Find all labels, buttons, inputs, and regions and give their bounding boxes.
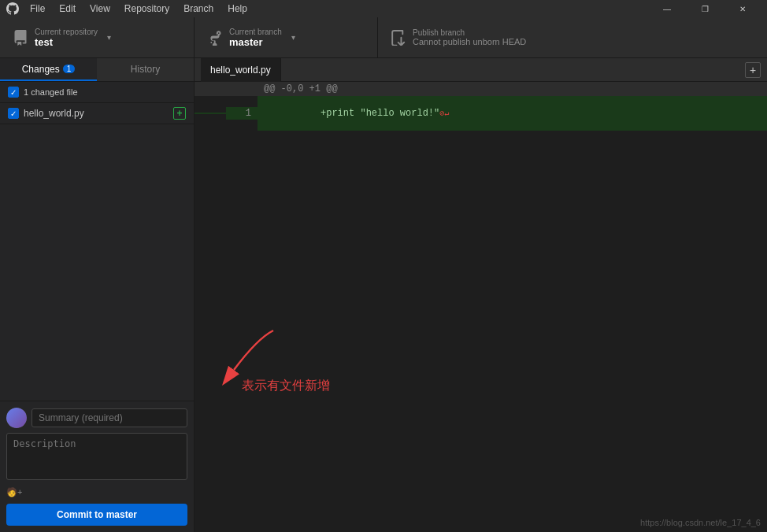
repo-chevron-icon: ▾ — [107, 33, 111, 42]
menu-view[interactable]: View — [83, 2, 117, 16]
diff-hunk-header: @@ -0,0 +1 @@ — [264, 83, 338, 94]
menu-file[interactable]: File — [24, 2, 51, 16]
file-checkbox[interactable] — [8, 108, 19, 119]
expand-diff-button[interactable]: + — [745, 62, 761, 78]
summary-input[interactable] — [31, 408, 187, 427]
file-name: hello_world.py — [24, 108, 169, 119]
changed-files-header: 1 changed file — [0, 82, 194, 103]
description-input[interactable] — [6, 433, 187, 480]
watermark: https://blog.csdn.net/le_17_4_6 — [640, 518, 761, 527]
menu-branch[interactable]: Branch — [177, 2, 220, 16]
diff-line-content: +print "hello world!"⊘↵ — [258, 96, 767, 131]
left-panel: Changes 1 History 1 changed file hello_w… — [0, 58, 195, 532]
current-repo-section[interactable]: Current repository test ▾ — [0, 17, 195, 57]
repo-text: Current repository test — [35, 28, 98, 48]
tab-changes[interactable]: Changes 1 — [0, 58, 97, 81]
tabs: Changes 1 History — [0, 58, 194, 82]
branch-name: master — [229, 36, 282, 48]
annotation-text: 表示有文件新增 — [242, 378, 330, 394]
maximize-button[interactable]: ❐ — [687, 0, 723, 17]
commit-meta: 🧑+ — [6, 487, 187, 497]
file-added-icon: + — [173, 107, 186, 120]
right-panel: hello_world.py + @@ -0,0 +1 @@ 1 +print … — [195, 58, 767, 532]
diff-line-number — [195, 113, 226, 114]
branch-icon — [207, 30, 223, 46]
commit-button[interactable]: Commit to master — [6, 504, 187, 526]
titlebar-left: File Edit View Repository Branch Help — [6, 2, 254, 16]
publish-icon — [391, 30, 406, 46]
github-logo-icon — [6, 2, 19, 15]
diff-line-number-new: 1 — [226, 107, 258, 120]
branch-chevron-icon: ▾ — [291, 33, 295, 42]
select-all-checkbox[interactable] — [8, 87, 19, 98]
branch-label: Current branch — [229, 28, 282, 36]
eol-marker: ⊘↵ — [439, 109, 449, 118]
titlebar-menu: File Edit View Repository Branch Help — [24, 2, 254, 16]
diff-header-line: @@ -0,0 +1 @@ — [195, 82, 767, 96]
repo-label: Current repository — [35, 28, 98, 36]
menu-edit[interactable]: Edit — [53, 2, 82, 16]
file-list: hello_world.py + — [0, 103, 194, 401]
toolbar: Current repository test ▾ Current branch… — [0, 17, 767, 58]
changed-count-label: 1 changed file — [24, 87, 78, 97]
tab-history[interactable]: History — [97, 58, 194, 81]
annotation-arrow-icon — [210, 323, 289, 386]
commit-summary-row — [6, 408, 187, 428]
commit-area: 🧑+ Commit to master — [0, 401, 194, 532]
avatar — [6, 408, 27, 428]
close-button[interactable]: ✕ — [724, 0, 761, 17]
file-item[interactable]: hello_world.py + — [0, 103, 194, 124]
titlebar: File Edit View Repository Branch Help — … — [0, 0, 767, 17]
diff-container: @@ -0,0 +1 @@ 1 +print "hello world!"⊘↵ — [195, 82, 767, 307]
main-area: Changes 1 History 1 changed file hello_w… — [0, 58, 767, 532]
publish-branch-section[interactable]: Publish branch Cannot publish unborn HEA… — [378, 17, 767, 57]
file-tabs-bar: hello_world.py + — [195, 58, 767, 82]
publish-text: Publish branch Cannot publish unborn HEA… — [413, 28, 526, 46]
current-branch-section[interactable]: Current branch master ▾ — [195, 17, 378, 57]
repo-icon — [13, 30, 28, 46]
changes-badge: 1 — [63, 65, 76, 73]
add-coauthor-label[interactable]: 🧑+ — [6, 487, 22, 497]
diff-line-added: 1 +print "hello world!"⊘↵ — [195, 96, 767, 131]
titlebar-controls: — ❐ ✕ — [649, 0, 761, 17]
publish-sub: Cannot publish unborn HEAD — [413, 37, 526, 46]
annotation-area: 表示有文件新增 — [195, 307, 767, 532]
branch-text: Current branch master — [229, 28, 282, 48]
publish-label: Publish branch — [413, 28, 526, 37]
repo-name: test — [35, 36, 98, 48]
menu-help[interactable]: Help — [221, 2, 254, 16]
minimize-button[interactable]: — — [649, 0, 685, 17]
diff-file-tab[interactable]: hello_world.py — [201, 58, 281, 82]
menu-repository[interactable]: Repository — [118, 2, 176, 16]
